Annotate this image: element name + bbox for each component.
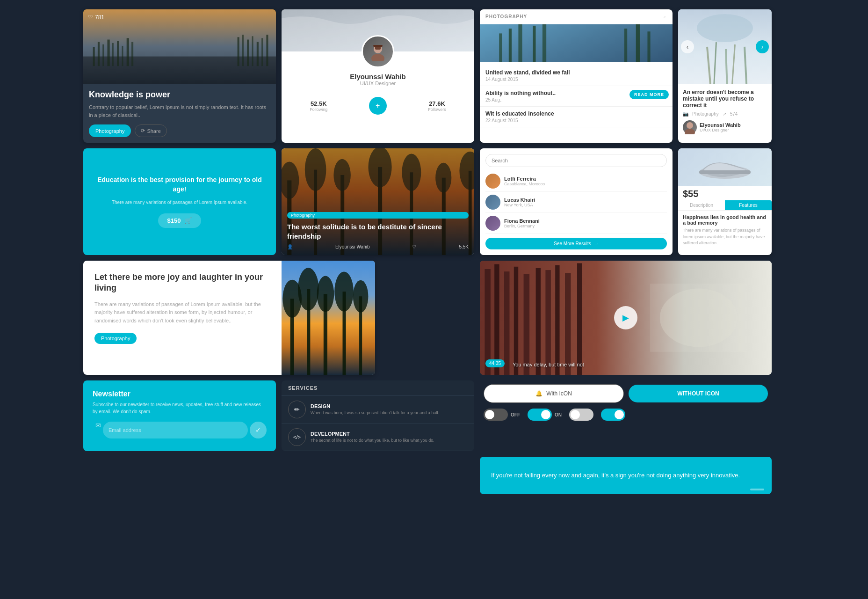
error-author-avatar — [683, 120, 697, 134]
photography-topbar: PHOTOGRAPHY → — [480, 9, 673, 24]
photography-photo — [480, 24, 673, 62]
user-item-fiona[interactable]: Fiona Bennani Berlin, Germany — [485, 213, 667, 234]
toggle-off-light-thumb — [571, 410, 580, 419]
see-more-button[interactable]: See More Results → — [485, 238, 667, 249]
newsletter-title: Newsletter — [93, 390, 267, 398]
card-error: ‹ › An error doesn't become a mistake un… — [678, 9, 772, 143]
tab-description[interactable]: Description — [678, 200, 725, 210]
card-buttons: 🔔 With IcON WITHOUT ICON OFF ON — [480, 380, 772, 451]
svg-rect-28 — [542, 24, 546, 62]
svg-rect-78 — [555, 265, 559, 375]
toggle-on-cyan[interactable] — [601, 409, 625, 421]
feature-title: Happiness lies in good health and a bad … — [683, 214, 767, 226]
card-solitude: Photography The worst solitude is to be … — [282, 148, 474, 255]
svg-rect-7 — [117, 41, 119, 66]
scroll-indicator — [750, 489, 764, 490]
search-input[interactable] — [485, 154, 667, 167]
solitude-meta: 👤 Elyounssi Wahib ♡ 5.5K — [287, 244, 469, 249]
newsletter-submit-button[interactable]: ✓ — [250, 422, 267, 438]
card-profile: Elyounssi Wahib UI/UX Designer 52.5K Fol… — [282, 9, 474, 143]
education-price: $150 — [167, 217, 181, 224]
photography-header: PHOTOGRAPHY — [485, 14, 527, 19]
user-item-lotfi[interactable]: Lotfi Ferreira Casablanca, Morocco — [485, 171, 667, 192]
card-video: ▶ 44.35 You may delay, but time will not — [480, 261, 772, 375]
dev-icon-circle: </> — [288, 428, 306, 446]
error-nav-prev[interactable]: ‹ — [681, 40, 694, 53]
heart-count: ♡ 781 — [88, 14, 104, 21]
svg-point-64 — [317, 276, 334, 312]
education-price-button[interactable]: $150 🛒 — [158, 213, 202, 228]
svg-rect-12 — [242, 35, 244, 66]
user-info-lucas: Lucas Khairi New York, USA — [504, 197, 535, 207]
joy-image-side — [282, 261, 375, 375]
knowledge-actions: Photography ⟳ Share — [89, 124, 270, 137]
read-more-button[interactable]: READ MORE — [629, 90, 669, 99]
toggle-off-light[interactable] — [569, 409, 593, 421]
svg-rect-24 — [499, 33, 502, 62]
toggle-off[interactable] — [484, 409, 508, 421]
toggle-off-light-group — [569, 409, 593, 421]
card-quote: If you're not failing every now and agai… — [480, 457, 772, 494]
svg-rect-2 — [93, 47, 95, 66]
svg-rect-11 — [238, 37, 239, 66]
photography-tag-button[interactable]: Photography — [89, 124, 131, 137]
share-icon: ⟳ — [141, 128, 145, 134]
svg-rect-29 — [624, 29, 627, 62]
error-photo-bg: ‹ › — [678, 9, 772, 84]
svg-rect-30 — [636, 24, 640, 62]
error-nav-next[interactable]: › — [756, 40, 769, 53]
share-button[interactable]: ⟳ Share — [135, 124, 166, 137]
development-info: DEVELOPMENT The secret of life is not to… — [311, 431, 434, 444]
newsletter-email-input[interactable] — [103, 422, 248, 438]
share-icon-2: ↗ — [723, 111, 726, 117]
joy-tag-button[interactable]: Photography — [94, 333, 137, 344]
solitude-content: Photography The worst solitude is to be … — [282, 148, 474, 255]
education-description: There are many variations of passages of… — [112, 199, 247, 206]
card-education: Education is the best provision for the … — [83, 148, 276, 255]
error-meta: 📷 Photography ↗ 574 — [683, 111, 767, 117]
video-play-button[interactable]: ▶ — [614, 306, 637, 329]
product-image — [678, 148, 772, 186]
heart-icon: ♡ — [88, 14, 93, 21]
user-item-lucas[interactable]: Lucas Khairi New York, USA — [485, 192, 667, 213]
button-row-main: 🔔 With IcON WITHOUT ICON — [484, 384, 768, 403]
card-search: Lotfi Ferreira Casablanca, Morocco Lucas… — [480, 148, 673, 255]
svg-rect-4 — [102, 44, 104, 66]
with-icon-button[interactable]: 🔔 With IcON — [484, 384, 624, 403]
solitude-author-icon: 👤 — [287, 244, 293, 249]
product-price: $55 — [678, 186, 772, 200]
card-newsletter: Newsletter Subscribe to our newsletter t… — [83, 380, 276, 451]
toggle-row: OFF ON — [484, 409, 768, 421]
toggle-on-group: ON — [528, 409, 562, 421]
toggle-on[interactable] — [528, 409, 552, 421]
design-icon-circle: ✏ — [288, 401, 306, 418]
svg-point-40 — [685, 129, 695, 134]
design-info: DESIGN When I was born, I was so surpris… — [311, 403, 439, 416]
svg-rect-26 — [518, 24, 522, 62]
svg-rect-76 — [536, 268, 541, 375]
profile-name: Elyounssi Wahib — [289, 73, 467, 80]
svg-point-20 — [371, 54, 384, 61]
photography-entry-2[interactable]: Ability is nothing without.. 25 Aug.. RE… — [480, 86, 673, 107]
knowledge-content: Knowledge is power Contrary to popular b… — [83, 84, 276, 143]
photography-entry-1[interactable]: United we stand, divided we fall 14 Augu… — [480, 66, 673, 86]
follow-button[interactable]: + — [369, 97, 387, 115]
profile-bg — [282, 9, 474, 51]
newsletter-description: Subscribe to our newsletter to receive n… — [93, 401, 267, 415]
product-tab-content: Happiness lies in good health and a bad … — [678, 211, 772, 250]
toggle-on-cyan-group — [601, 409, 625, 421]
svg-rect-31 — [647, 31, 650, 62]
svg-point-39 — [687, 122, 693, 129]
svg-rect-75 — [524, 274, 529, 375]
svg-rect-79 — [565, 273, 571, 375]
video-timer: 44.35 — [485, 359, 505, 367]
tab-features[interactable]: Features — [725, 200, 772, 210]
card-services: SERVICES ✏ DESIGN When I was born, I was… — [282, 380, 474, 451]
photography-entry-3[interactable]: Wit is educated insolence 22 August 2015 — [480, 107, 673, 127]
knowledge-title: Knowledge is power — [89, 90, 270, 100]
following-stat: 52.5K Following — [310, 100, 327, 112]
toggle-off-thumb — [485, 410, 494, 419]
quote-text: If you're not failing every now and agai… — [491, 471, 760, 480]
without-icon-button[interactable]: WITHOUT ICON — [629, 385, 768, 402]
user-avatar-fiona — [485, 216, 500, 231]
